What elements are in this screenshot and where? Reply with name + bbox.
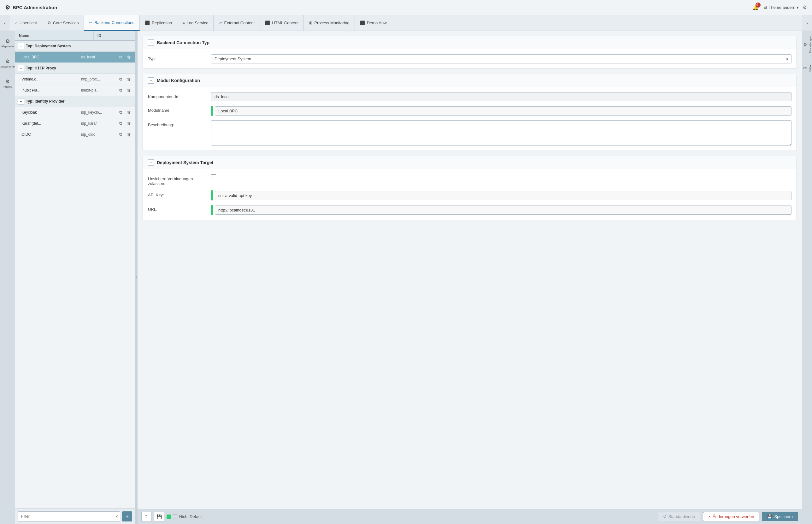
item-virtimo-actions: ⧉ 🗑	[117, 76, 132, 83]
api-key-control	[211, 190, 792, 200]
tab-core-services[interactable]: ⚙ Core Services	[42, 15, 84, 31]
komponenten-id-label: Komponenten-Id:	[148, 92, 211, 99]
tab-replication-label: Replication	[152, 20, 172, 25]
settings-button[interactable]: ⚙	[802, 4, 807, 11]
notification-badge: 9+	[756, 2, 761, 7]
delete-oidc-button[interactable]: 🗑	[125, 131, 132, 138]
monitor-icon: 🖥	[763, 5, 767, 10]
collapse-backend-typ-button[interactable]: −	[148, 39, 154, 46]
beschreibung-textarea[interactable]	[211, 120, 792, 146]
tab-uebersicht-label: Übersicht	[20, 20, 37, 25]
sidebar-item-komponenten[interactable]: ⚙ Komponenten	[1, 54, 14, 72]
item-oidc-id: idp_oidc	[81, 132, 116, 137]
save-record-button[interactable]: 💾	[154, 512, 164, 522]
tab-replication[interactable]: ⬛ Replication	[140, 15, 177, 31]
list-item-oidc[interactable]: OIDC idp_oidc ⧉ 🗑	[15, 129, 135, 140]
url-label: URL:	[148, 205, 211, 212]
copy-karaf-button[interactable]: ⧉	[117, 120, 124, 127]
sidebar-einstellungen[interactable]: ⚙ Einstellungen	[803, 33, 812, 55]
tab-uebersicht[interactable]: ⌂ Übersicht	[10, 15, 42, 31]
list-item-inubit-pla[interactable]: Inubit Pla... inubit-pla... ⧉ 🗑	[15, 85, 135, 96]
typ-select[interactable]: Deployment System HTTP Proxy Identity Pr…	[211, 54, 792, 63]
filter-input[interactable]	[20, 513, 116, 520]
filter-clear-button[interactable]: ×	[116, 514, 118, 519]
section-backend-typ-header: − Backend Connection Typ	[143, 36, 797, 49]
delete-keycloak-button[interactable]: 🗑	[125, 109, 132, 116]
sidebar-item-plugins[interactable]: ⚙ Plugins	[1, 74, 14, 93]
collapse-identity-icon[interactable]: −	[18, 98, 24, 104]
section-modul-konfiguration: − Modul Konfiguration Komponenten-Id: Mo…	[142, 74, 797, 151]
group-http-proxy[interactable]: − Typ: HTTP Proxy	[15, 63, 135, 74]
list-item-local-bpc[interactable]: Local BPC ds_local ⧉ 🗑	[15, 52, 135, 63]
url-input[interactable]	[215, 206, 792, 215]
item-oidc-name: OIDC	[21, 132, 81, 137]
sidebar-editor[interactable]: ✂ Editor	[803, 57, 812, 79]
aenderungen-verwerfen-button[interactable]: × Änderungen verwerfen	[703, 512, 759, 521]
allgemein-label: Allgemein	[1, 45, 14, 48]
api-key-required	[211, 190, 213, 200]
delete-virtimo-button[interactable]: 🗑	[125, 76, 132, 83]
collapse-deployment-target-button[interactable]: −	[148, 159, 154, 166]
gear-icon: ⚙	[802, 5, 807, 10]
tab-external-content[interactable]: ↗ External Content	[214, 15, 260, 31]
resize-handle[interactable]	[135, 31, 137, 524]
modulname-input[interactable]	[215, 107, 792, 116]
delete-karaf-button[interactable]: 🗑	[125, 120, 132, 127]
copy-virtimo-button[interactable]: ⧉	[117, 76, 124, 83]
collapse-deployment-icon[interactable]: −	[18, 43, 24, 49]
unsichere-checkbox[interactable]	[211, 174, 216, 179]
tab-backend-connections[interactable]: ✏ Backend Connections	[84, 15, 139, 31]
copy-keycloak-button[interactable]: ⧉	[117, 109, 124, 116]
editor-icon: ✂	[802, 65, 808, 70]
typ-select-wrap: Deployment System HTTP Proxy Identity Pr…	[211, 54, 792, 63]
item-virtimo-name: Virtimo.d...	[21, 77, 81, 81]
tab-prev-button[interactable]: ‹	[0, 15, 10, 31]
delete-inubit-button[interactable]: 🗑	[125, 87, 132, 94]
list-footer: × +	[15, 509, 135, 524]
detail-panel: − Backend Connection Typ Typ: Deployment…	[137, 31, 802, 509]
copy-inubit-button[interactable]: ⧉	[117, 87, 124, 94]
api-key-input[interactable]	[215, 191, 792, 200]
einstellungen-label: Einstellungen	[809, 36, 812, 53]
unsichere-control	[211, 174, 792, 179]
speichern-button[interactable]: 💾 Speichern	[762, 512, 798, 521]
home-icon: ⌂	[15, 20, 18, 25]
default-checkbox[interactable]	[173, 514, 177, 519]
komponenten-icon: ⚙	[5, 59, 10, 64]
section-deployment-target: − Deployment System Target Unsichere Ver…	[142, 156, 797, 220]
sidebar-item-allgemein[interactable]: ⚙ Allgemein	[1, 33, 14, 52]
copy-local-bpc-button[interactable]: ⧉	[117, 54, 124, 61]
list-item-keycloak[interactable]: Keycloak idp_keyclo... ⧉ 🗑	[15, 107, 135, 118]
list-item-karaf[interactable]: Karaf (def... idp_karaf ⧉ 🗑	[15, 118, 135, 129]
speichern-label: Speichern	[774, 514, 793, 519]
notification-button[interactable]: 🔔 9+	[752, 4, 759, 11]
item-karaf-actions: ⧉ 🗑	[117, 120, 132, 127]
group-identity-provider[interactable]: − Typ: Identity Provider	[15, 96, 135, 107]
app-title-area: ⚙ BPC Administration	[5, 4, 57, 11]
tabbar: ‹ ⌂ Übersicht ⚙ Core Services ✏ Backend …	[0, 15, 812, 31]
section-backend-connection-typ: − Backend Connection Typ Typ: Deployment…	[142, 36, 797, 69]
tab-log-service[interactable]: ≡ Log Service	[177, 15, 214, 31]
komponenten-id-input[interactable]	[211, 92, 792, 101]
tab-demo-anw-label: Demo Anw	[367, 20, 387, 25]
tab-core-services-label: Core Services	[53, 20, 79, 25]
app-title: BPC Administration	[13, 5, 57, 10]
standardwerte-button[interactable]: ↺ Standardwerte	[658, 512, 701, 521]
copy-oidc-button[interactable]: ⧉	[117, 131, 124, 138]
collapse-http-proxy-icon[interactable]: −	[18, 65, 24, 71]
modulname-label: Modulname:	[148, 106, 211, 113]
list-item-virtimo[interactable]: Virtimo.d... http_prox... ⧉ 🗑	[15, 74, 135, 85]
tab-html-content[interactable]: ⬛ HTML Content	[260, 15, 304, 31]
tab-external-content-label: External Content	[224, 20, 255, 25]
help-button[interactable]: ?	[141, 512, 151, 522]
tab-next-button[interactable]: ›	[802, 15, 812, 31]
collapse-modul-button[interactable]: −	[148, 77, 154, 84]
group-deployment-system[interactable]: − Typ: Deployment System	[15, 41, 135, 52]
tab-process-monitoring[interactable]: ⊞ Process Monitoring	[304, 15, 355, 31]
item-inubit-name: Inubit Pla...	[21, 88, 81, 93]
theme-button[interactable]: 🖥 Theme ändern ▾	[763, 5, 799, 10]
add-connection-button[interactable]: +	[122, 511, 132, 522]
delete-local-bpc-button[interactable]: 🗑	[125, 54, 132, 61]
tab-demo-anw[interactable]: ⬛ Demo Anw	[355, 15, 392, 31]
item-keycloak-actions: ⧉ 🗑	[117, 109, 132, 116]
